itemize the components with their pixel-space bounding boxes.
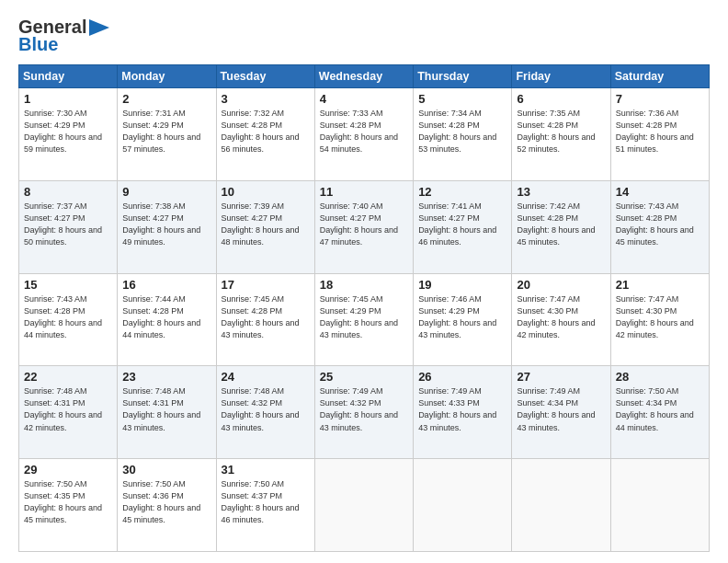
day-number: 3 xyxy=(222,92,310,106)
day-info: Sunrise: 7:38 AMSunset: 4:27 PMDaylight:… xyxy=(122,201,210,248)
day-header-monday: Monday xyxy=(118,65,216,88)
day-number: 8 xyxy=(24,185,112,199)
day-number: 18 xyxy=(320,278,408,292)
calendar-cell: 4Sunrise: 7:33 AMSunset: 4:28 PMDaylight… xyxy=(314,88,413,181)
day-info: Sunrise: 7:39 AMSunset: 4:27 PMDaylight:… xyxy=(222,201,310,248)
calendar-cell: 6Sunrise: 7:35 AMSunset: 4:28 PMDaylight… xyxy=(512,88,610,181)
calendar-cell xyxy=(314,459,413,552)
calendar-cell: 16Sunrise: 7:44 AMSunset: 4:28 PMDayligh… xyxy=(118,273,216,366)
day-number: 2 xyxy=(122,92,210,106)
calendar-cell: 24Sunrise: 7:48 AMSunset: 4:32 PMDayligh… xyxy=(216,366,314,459)
calendar-week-row: 15Sunrise: 7:43 AMSunset: 4:28 PMDayligh… xyxy=(19,273,710,366)
calendar-cell: 22Sunrise: 7:48 AMSunset: 4:31 PMDayligh… xyxy=(19,366,118,459)
day-info: Sunrise: 7:49 AMSunset: 4:33 PMDaylight:… xyxy=(418,385,506,433)
day-info: Sunrise: 7:42 AMSunset: 4:28 PMDaylight:… xyxy=(517,201,605,248)
day-info: Sunrise: 7:34 AMSunset: 4:28 PMDaylight:… xyxy=(418,108,506,155)
day-number: 6 xyxy=(517,92,605,106)
day-number: 5 xyxy=(418,92,506,106)
calendar-cell: 8Sunrise: 7:37 AMSunset: 4:27 PMDaylight… xyxy=(19,180,118,273)
day-number: 29 xyxy=(24,463,112,477)
day-info: Sunrise: 7:40 AMSunset: 4:27 PMDaylight:… xyxy=(320,201,408,248)
day-info: Sunrise: 7:45 AMSunset: 4:28 PMDaylight:… xyxy=(222,293,310,341)
day-info: Sunrise: 7:50 AMSunset: 4:37 PMDaylight:… xyxy=(222,478,310,526)
day-info: Sunrise: 7:35 AMSunset: 4:28 PMDaylight:… xyxy=(517,108,605,155)
day-number: 23 xyxy=(122,370,210,384)
calendar-cell xyxy=(414,459,512,552)
day-number: 4 xyxy=(320,92,408,106)
day-number: 25 xyxy=(320,370,408,384)
calendar-cell: 15Sunrise: 7:43 AMSunset: 4:28 PMDayligh… xyxy=(19,273,118,366)
calendar-cell: 23Sunrise: 7:48 AMSunset: 4:31 PMDayligh… xyxy=(118,366,216,459)
calendar-cell: 26Sunrise: 7:49 AMSunset: 4:33 PMDayligh… xyxy=(414,366,512,459)
calendar-cell: 25Sunrise: 7:49 AMSunset: 4:32 PMDayligh… xyxy=(314,366,413,459)
calendar-cell: 27Sunrise: 7:49 AMSunset: 4:34 PMDayligh… xyxy=(512,366,610,459)
day-header-tuesday: Tuesday xyxy=(216,65,314,88)
calendar-cell xyxy=(610,459,709,552)
calendar-cell: 10Sunrise: 7:39 AMSunset: 4:27 PMDayligh… xyxy=(216,180,314,273)
calendar-cell: 7Sunrise: 7:36 AMSunset: 4:28 PMDaylight… xyxy=(610,88,709,181)
day-number: 17 xyxy=(222,278,310,292)
day-info: Sunrise: 7:48 AMSunset: 4:31 PMDaylight:… xyxy=(24,385,112,433)
calendar-cell: 18Sunrise: 7:45 AMSunset: 4:29 PMDayligh… xyxy=(314,273,413,366)
calendar-cell: 11Sunrise: 7:40 AMSunset: 4:27 PMDayligh… xyxy=(314,180,413,273)
calendar-cell: 30Sunrise: 7:50 AMSunset: 4:36 PMDayligh… xyxy=(118,459,216,552)
day-number: 15 xyxy=(24,278,112,292)
logo: General Blue xyxy=(18,17,109,55)
day-number: 27 xyxy=(517,370,605,384)
day-number: 16 xyxy=(122,278,210,292)
day-info: Sunrise: 7:44 AMSunset: 4:28 PMDaylight:… xyxy=(122,293,210,341)
day-info: Sunrise: 7:31 AMSunset: 4:29 PMDaylight:… xyxy=(122,108,210,155)
calendar-cell: 20Sunrise: 7:47 AMSunset: 4:30 PMDayligh… xyxy=(512,273,610,366)
day-number: 1 xyxy=(24,92,112,106)
day-number: 31 xyxy=(222,463,310,477)
day-info: Sunrise: 7:32 AMSunset: 4:28 PMDaylight:… xyxy=(222,108,310,155)
day-info: Sunrise: 7:50 AMSunset: 4:36 PMDaylight:… xyxy=(122,478,210,526)
calendar-cell: 14Sunrise: 7:43 AMSunset: 4:28 PMDayligh… xyxy=(610,180,709,273)
calendar-cell: 29Sunrise: 7:50 AMSunset: 4:35 PMDayligh… xyxy=(19,459,118,552)
calendar-cell: 21Sunrise: 7:47 AMSunset: 4:30 PMDayligh… xyxy=(610,273,709,366)
calendar-header-row: SundayMondayTuesdayWednesdayThursdayFrid… xyxy=(19,65,710,88)
day-info: Sunrise: 7:37 AMSunset: 4:27 PMDaylight:… xyxy=(24,201,112,248)
day-number: 13 xyxy=(517,185,605,199)
day-number: 11 xyxy=(320,185,408,199)
day-number: 12 xyxy=(418,185,506,199)
day-info: Sunrise: 7:47 AMSunset: 4:30 PMDaylight:… xyxy=(517,293,605,341)
day-header-wednesday: Wednesday xyxy=(314,65,413,88)
day-number: 19 xyxy=(418,278,506,292)
day-number: 30 xyxy=(122,463,210,477)
day-number: 21 xyxy=(616,278,704,292)
header: General Blue xyxy=(18,17,710,55)
calendar-cell xyxy=(512,459,610,552)
day-header-saturday: Saturday xyxy=(610,65,709,88)
day-header-sunday: Sunday xyxy=(19,65,118,88)
day-info: Sunrise: 7:48 AMSunset: 4:31 PMDaylight:… xyxy=(122,385,210,433)
day-number: 9 xyxy=(122,185,210,199)
day-info: Sunrise: 7:43 AMSunset: 4:28 PMDaylight:… xyxy=(616,201,704,248)
day-info: Sunrise: 7:36 AMSunset: 4:28 PMDaylight:… xyxy=(616,108,704,155)
calendar-week-row: 29Sunrise: 7:50 AMSunset: 4:35 PMDayligh… xyxy=(19,459,710,552)
day-info: Sunrise: 7:33 AMSunset: 4:28 PMDaylight:… xyxy=(320,108,408,155)
day-info: Sunrise: 7:47 AMSunset: 4:30 PMDaylight:… xyxy=(616,293,704,341)
day-info: Sunrise: 7:41 AMSunset: 4:27 PMDaylight:… xyxy=(418,201,506,248)
calendar-cell: 5Sunrise: 7:34 AMSunset: 4:28 PMDaylight… xyxy=(414,88,512,181)
calendar-table: SundayMondayTuesdayWednesdayThursdayFrid… xyxy=(18,64,710,552)
page: General Blue SundayMondayTuesdayWednesda… xyxy=(0,0,728,563)
day-info: Sunrise: 7:46 AMSunset: 4:29 PMDaylight:… xyxy=(418,293,506,341)
day-info: Sunrise: 7:48 AMSunset: 4:32 PMDaylight:… xyxy=(222,385,310,433)
calendar-week-row: 1Sunrise: 7:30 AMSunset: 4:29 PMDaylight… xyxy=(19,88,710,181)
day-info: Sunrise: 7:45 AMSunset: 4:29 PMDaylight:… xyxy=(320,293,408,341)
day-info: Sunrise: 7:49 AMSunset: 4:32 PMDaylight:… xyxy=(320,385,408,433)
day-number: 22 xyxy=(24,370,112,384)
logo-arrow-icon xyxy=(89,19,109,36)
calendar-cell: 19Sunrise: 7:46 AMSunset: 4:29 PMDayligh… xyxy=(414,273,512,366)
day-number: 26 xyxy=(418,370,506,384)
day-header-thursday: Thursday xyxy=(414,65,512,88)
calendar-cell: 31Sunrise: 7:50 AMSunset: 4:37 PMDayligh… xyxy=(216,459,314,552)
calendar-week-row: 22Sunrise: 7:48 AMSunset: 4:31 PMDayligh… xyxy=(19,366,710,459)
day-info: Sunrise: 7:43 AMSunset: 4:28 PMDaylight:… xyxy=(24,293,112,341)
calendar-cell: 3Sunrise: 7:32 AMSunset: 4:28 PMDaylight… xyxy=(216,88,314,181)
day-number: 24 xyxy=(222,370,310,384)
day-number: 10 xyxy=(222,185,310,199)
calendar-week-row: 8Sunrise: 7:37 AMSunset: 4:27 PMDaylight… xyxy=(19,180,710,273)
day-number: 28 xyxy=(616,370,704,384)
